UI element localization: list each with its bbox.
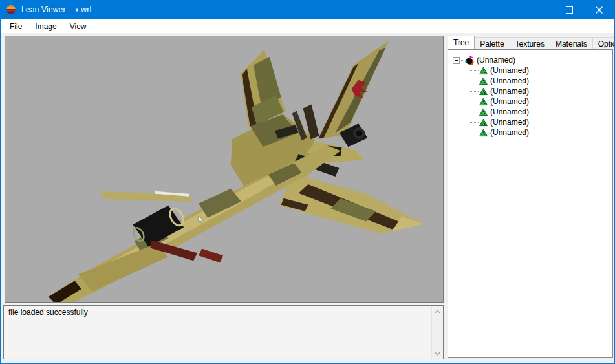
scene-root-icon [464, 56, 474, 65]
menu-view[interactable]: View [63, 19, 93, 33]
window-controls [524, 0, 614, 19]
tree-item[interactable]: (Unnamed) [448, 65, 612, 76]
tree-item[interactable]: (Unnamed) [448, 107, 612, 117]
chevron-down-icon [435, 352, 440, 356]
tree-item-label: (Unnamed) [490, 118, 529, 127]
scene-tree: (Unnamed) (Unnamed) (Unnamed) (Unnamed) [448, 49, 613, 358]
window-title: Lean Viewer – x.wrl [21, 5, 91, 14]
menu-image[interactable]: Image [28, 19, 63, 33]
close-icon [596, 6, 603, 14]
tree-item[interactable]: (Unnamed) [448, 96, 612, 107]
mesh-icon [479, 87, 488, 96]
log-box: file loaded successfully [3, 305, 444, 359]
tree-item[interactable]: (Unnamed) [448, 127, 612, 138]
mesh-icon [479, 67, 488, 75]
tree-connector [460, 60, 464, 61]
close-button[interactable] [584, 0, 614, 19]
chevron-up-icon [435, 310, 440, 314]
tab-options[interactable]: Options [592, 37, 615, 49]
mesh-icon [479, 77, 488, 85]
app-logo-icon [6, 5, 16, 15]
maximize-button[interactable] [554, 0, 584, 19]
tree-item-label: (Unnamed) [490, 128, 529, 137]
side-panel: Tree Palette Textures Materials Options [448, 36, 614, 357]
scroll-up-button[interactable] [432, 306, 443, 317]
scroll-down-button[interactable] [432, 348, 443, 359]
tree-item[interactable]: (Unnamed) [448, 86, 612, 96]
menu-bar: File Image View [1, 19, 614, 34]
log-message: file loaded successfully [4, 306, 431, 359]
model-viewport[interactable] [5, 36, 444, 303]
tree-item-label: (Unnamed) [490, 87, 529, 96]
tab-strip: Tree Palette Textures Materials Options [448, 36, 614, 49]
tree-item[interactable]: (Unnamed) [448, 76, 612, 86]
tab-palette[interactable]: Palette [474, 37, 510, 49]
tree-item-label: (Unnamed) [490, 76, 529, 85]
tree-item-label: (Unnamed) [490, 107, 529, 116]
tree-item-label: (Unnamed) [490, 66, 529, 75]
title-bar[interactable]: Lean Viewer – x.wrl [1, 0, 614, 19]
collapse-expander[interactable] [453, 57, 460, 64]
tab-tree[interactable]: Tree [448, 36, 475, 49]
mesh-icon [479, 118, 488, 127]
jet-model-render [5, 36, 443, 302]
menu-file[interactable]: File [3, 19, 28, 33]
mesh-icon [479, 129, 488, 137]
minimize-icon [536, 6, 543, 14]
tree-root-item[interactable]: (Unnamed) [448, 55, 612, 65]
app-window: { "window": { "title": "Lean Viewer – x.… [0, 0, 615, 364]
tree-item-label: (Unnamed) [477, 56, 515, 65]
log-scrollbar[interactable] [431, 306, 443, 359]
mesh-icon [479, 108, 488, 116]
tree-item[interactable]: (Unnamed) [448, 117, 612, 127]
maximize-icon [566, 6, 573, 14]
tree-item-label: (Unnamed) [490, 97, 529, 106]
mesh-icon [479, 98, 488, 106]
tab-materials[interactable]: Materials [550, 37, 593, 49]
tab-textures[interactable]: Textures [510, 37, 550, 49]
minimize-button[interactable] [524, 0, 554, 19]
